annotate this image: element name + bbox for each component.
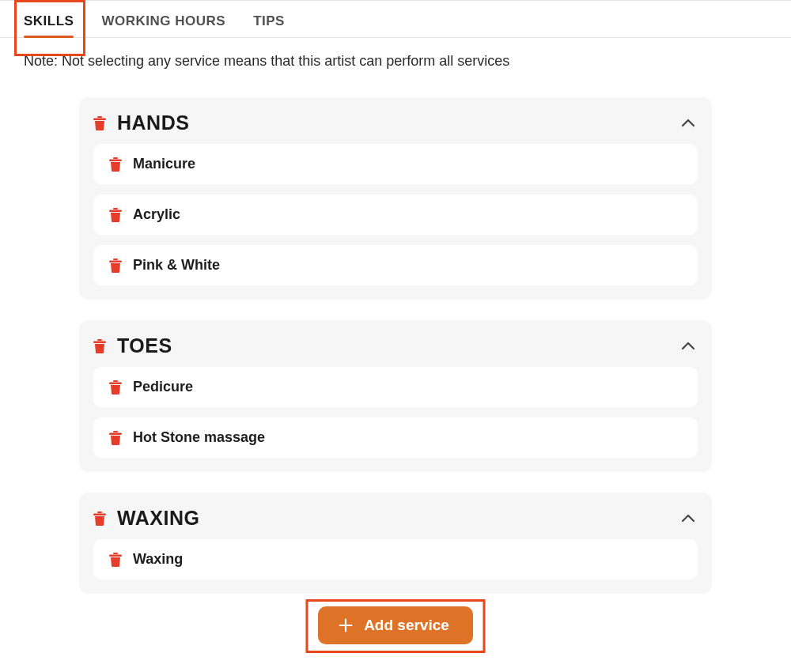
svg-rect-0	[97, 116, 102, 118]
svg-rect-4	[113, 208, 118, 210]
category-card: HANDS Manicure Acrylic Pink & White	[79, 97, 712, 300]
category-header[interactable]: HANDS	[93, 110, 698, 144]
category-title: HANDS	[117, 111, 668, 134]
service-item: Waxing	[93, 539, 698, 580]
trash-icon[interactable]	[109, 208, 122, 222]
service-item: Pink & White	[93, 245, 698, 285]
trash-icon[interactable]	[109, 157, 122, 172]
trash-icon[interactable]	[93, 116, 106, 130]
trash-icon[interactable]	[93, 512, 106, 526]
svg-rect-8	[97, 339, 102, 341]
note-text: Note: Not selecting any service means th…	[0, 38, 791, 81]
tab-tips[interactable]: TIPS	[253, 9, 285, 37]
svg-rect-17	[109, 554, 122, 557]
svg-rect-13	[109, 432, 122, 435]
trash-icon[interactable]	[93, 339, 106, 353]
service-name: Pedicure	[133, 379, 193, 395]
service-list: Waxing	[93, 539, 698, 580]
service-item: Hot Stone massage	[93, 417, 698, 458]
highlight-tab-annotation	[14, 0, 85, 56]
service-item: Pedicure	[93, 367, 698, 407]
tab-working-hours[interactable]: WORKING HOURS	[101, 9, 225, 37]
svg-rect-5	[109, 210, 122, 212]
service-name: Manicure	[133, 156, 195, 172]
svg-rect-14	[97, 512, 102, 513]
svg-rect-1	[93, 118, 106, 120]
highlight-add-annotation	[306, 599, 486, 653]
svg-rect-11	[109, 382, 122, 384]
service-item: Acrylic	[93, 194, 698, 235]
svg-rect-9	[93, 341, 106, 343]
category-card: TOES Pedicure Hot Stone massage	[79, 320, 712, 472]
trash-icon[interactable]	[109, 380, 122, 395]
tabs-bar: SKILLS WORKING HOURS TIPS	[0, 0, 791, 38]
svg-rect-15	[93, 513, 106, 515]
chevron-up-icon[interactable]	[679, 509, 698, 528]
svg-rect-16	[113, 553, 118, 554]
service-name: Acrylic	[133, 206, 180, 223]
category-header[interactable]: WAXING	[93, 505, 698, 539]
categories-list: HANDS Manicure Acrylic Pink & White	[79, 97, 712, 594]
category-title: WAXING	[117, 507, 668, 530]
service-list: Manicure Acrylic Pink & White	[93, 144, 698, 285]
category-card: WAXING Waxing	[79, 493, 712, 594]
category-header[interactable]: TOES	[93, 333, 698, 367]
add-service-wrap: Add service	[0, 606, 791, 660]
svg-rect-6	[113, 259, 118, 260]
chevron-up-icon[interactable]	[679, 114, 698, 133]
chevron-up-icon[interactable]	[679, 337, 698, 356]
service-name: Hot Stone massage	[133, 429, 265, 446]
svg-rect-3	[109, 159, 122, 161]
category-title: TOES	[117, 334, 668, 357]
service-name: Pink & White	[133, 257, 220, 274]
svg-rect-7	[109, 260, 122, 262]
service-name: Waxing	[133, 551, 183, 568]
trash-icon[interactable]	[109, 431, 122, 445]
trash-icon[interactable]	[109, 553, 122, 567]
svg-rect-10	[113, 380, 118, 382]
svg-rect-2	[113, 157, 118, 159]
svg-rect-12	[113, 431, 118, 432]
service-item: Manicure	[93, 144, 698, 184]
service-list: Pedicure Hot Stone massage	[93, 367, 698, 458]
trash-icon[interactable]	[109, 259, 122, 273]
